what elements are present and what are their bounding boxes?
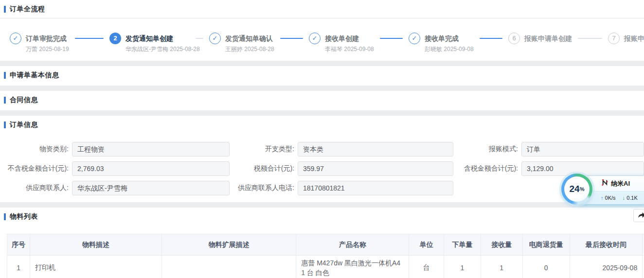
supplier-phone-input[interactable]: 18170801821 [298,181,453,195]
step-number-badge: 2 [109,33,121,44]
cell-material-ext-desc [162,256,296,278]
flow-step-1: ✓ 订单审批完成 万蕾 2025-08-19 [10,33,109,53]
check-circle-icon: ✓ [309,33,321,44]
field-amount-excl-tax: 不含税金额合计(元): 2,769.03 [0,161,230,176]
check-circle-icon: ✓ [10,33,21,44]
section-divider [0,61,644,66]
step-title: 报账申请单创建 [524,33,572,44]
order-flow-header: 订单全流程 [0,0,644,18]
field-material-category: 物资类别: 工程物资 [0,142,230,156]
order-info-form: 物资类别: 工程物资 开支类型: 资本类 报账模式: 订单 不含税金额合计(元)… [0,142,644,195]
cell-index: 1 [7,256,30,278]
step-connector [380,38,403,39]
flow-step-6: 6 报账申请单创建 [508,33,608,53]
upload-arrow-icon: ↑ [601,195,604,201]
cell-received-qty: 1 [481,256,522,278]
step-connector [196,38,203,39]
field-expense-type: 开支类型: 资本类 [230,142,453,156]
nami-ai-logo-icon [601,179,608,188]
field-label: 不含税金额合计(元): [0,164,72,173]
progress-percent-unit: % [580,186,585,192]
progress-ring[interactable]: 24% [561,174,592,205]
basic-info-header[interactable]: 申请单基本信息 [0,66,644,84]
field-supplier-phone: 供应商联系人电话: 18170801821 [230,181,453,195]
order-flow-section: 订单全流程 ✓ 订单审批完成 万蕾 2025-08-19 2 发货通知单创建 华… [0,0,644,61]
field-label: 开支类型: [230,145,298,154]
col-index: 序号 [7,234,30,256]
flow-step-5: ✓ 接收单完成 彭晓敏 2025-09-08 [409,33,508,53]
cell-order-qty: 1 [444,256,481,278]
contract-info-header[interactable]: 合同信息 [0,91,644,108]
section-divider [0,86,644,91]
step-connector [75,38,104,39]
field-label: 物资类别: [0,145,72,154]
cell-material-desc: 打印机 [30,256,162,278]
section-divider [0,110,644,116]
field-label: 税额合计(元): [230,164,298,173]
section-accent-bar [4,213,6,220]
col-product-name: 产品名称 [296,234,409,256]
order-info-header: 订单信息 [0,116,644,133]
material-table: 序号 物料描述 物料扩展描述 产品名称 单位 下单量 接收量 电商退货量 最后接… [7,234,644,278]
col-last-receive-time: 最后接收时间 [570,234,642,256]
col-material-ext-desc: 物料扩展描述 [162,234,296,256]
step-subtitle: 华东战区-尹雪梅 2025-08-28 [125,45,190,53]
flow-step-2: 2 发货通知单创建 华东战区-尹雪梅 2025-08-28 [109,33,209,53]
nami-ai-widget[interactable]: 纳米AI ↑ 0K/s ↓ 0.1K 24% [561,173,644,206]
flow-step-4: ✓ 接收单创建 李福琴 2025-09-08 [309,33,409,53]
field-label: 含税金额合计(元): [453,164,521,173]
expense-type-input[interactable]: 资本类 [298,142,453,156]
basic-info-section: 申请单基本信息 [0,66,644,86]
step-subtitle: 王丽婷 2025-08-28 [225,45,274,53]
col-unit: 单位 [409,234,444,256]
section-accent-bar [4,72,6,79]
cell-unit: 台 [409,256,444,278]
flow-step-7: 7 报账申 [608,33,644,53]
order-info-section: 订单信息 物资类别: 工程物资 开支类型: 资本类 报账模式: 订单 不含税金额… [0,116,644,202]
section-divider [0,202,644,208]
step-subtitle: 彭晓敏 2025-09-08 [425,45,474,53]
supplier-contact-input[interactable]: 华东战区-尹雪梅 [72,181,230,195]
section-accent-bar [4,6,6,13]
flow-step-3: ✓ 发货通知单确认 王丽婷 2025-08-28 [209,33,309,53]
contract-info-section: 合同信息 [0,91,644,110]
workflow-stepper: ✓ 订单审批完成 万蕾 2025-08-19 2 发货通知单创建 华东战区-尹雪… [10,33,644,53]
material-list-header: 物料列表 [0,208,42,225]
section-accent-bar [4,97,6,104]
download-speed: 0.1K [626,195,638,201]
col-order-qty: 下单量 [444,234,481,256]
export-button[interactable] [633,209,644,222]
amount-excl-tax-input[interactable]: 2,769.03 [72,161,230,176]
material-category-input[interactable]: 工程物资 [72,142,230,156]
step-connector [578,38,602,39]
field-label: 报账模式: [453,145,521,154]
field-tax-total: 税额合计(元): 359.97 [230,161,453,176]
field-label: 供应商联系人: [0,184,72,192]
cell-return-qty: 0 [522,256,570,278]
section-title: 物料列表 [10,212,38,221]
step-title: 发货通知单创建 [125,33,190,44]
section-title: 申请单基本信息 [10,71,59,80]
nami-ai-label: 纳米AI [611,179,630,188]
upload-speed: 0K/s [605,195,616,201]
col-material-desc: 物料描述 [30,234,162,256]
step-subtitle: 万蕾 2025-08-19 [26,45,69,53]
field-billing-mode: 报账模式: 订单 [453,142,644,156]
tax-total-input[interactable]: 359.97 [298,161,453,176]
step-connector [480,38,502,39]
col-return-qty: 电商退货量 [522,234,570,256]
check-circle-icon: ✓ [209,33,221,44]
check-circle-icon: ✓ [409,33,420,44]
material-list-section: 物料列表 序号 物料描述 物料扩展描述 产品名称 单位 下单量 接收量 电商退货… [0,208,644,278]
progress-percent: 24 [570,184,580,194]
table-row: 1 打印机 惠普 M427dw 黑白激光一体机A4 1 台 白色 台 1 1 0… [7,256,644,278]
step-connector [280,38,303,39]
step-number-badge: 7 [608,33,620,44]
step-title: 订单审批完成 [26,33,69,44]
cell-last-receive-time: 2025-09-08 [570,256,642,278]
billing-mode-input[interactable]: 订单 [521,142,644,156]
section-accent-bar [4,122,6,128]
section-title: 订单信息 [10,121,38,129]
step-title: 接收单完成 [425,33,474,44]
section-title: 订单全流程 [10,5,45,14]
